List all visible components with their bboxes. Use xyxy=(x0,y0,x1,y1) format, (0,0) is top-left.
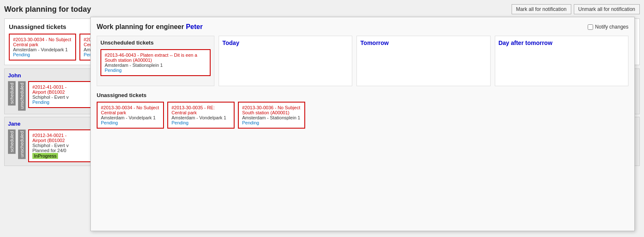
modal-unscheduled-ticket[interactable]: #2013-46-0043 - Platen extract -- Dit is… xyxy=(100,49,211,76)
modal-unassigned-ticket-3-id: #2013-30-0036 - No Subject xyxy=(242,105,301,110)
modal-unassigned-section: Unassigned tickets #2013-30-0034 - No Su… xyxy=(97,92,628,129)
notify-checkbox[interactable] xyxy=(588,24,593,30)
top-bar-buttons: Mark all for notification Unmark all for… xyxy=(512,4,640,14)
modal-unscheduled-ticket-subject: South station (A00001) xyxy=(105,58,206,63)
notify-checkbox-area: Notify changes xyxy=(588,24,628,30)
modal-unassigned-ticket-1: #2013-30-0034 - No Subject Central park … xyxy=(97,102,164,129)
tomorrow-col: Tomorrow xyxy=(356,36,490,86)
jane-ticket-1-location: Schiphol - Evert v xyxy=(32,143,91,148)
jane-scheduled-label: scheduled xyxy=(8,129,16,154)
bg-ticket-1-subject: Central park xyxy=(13,42,72,47)
day-after-col: Day after tomorrow xyxy=(495,36,628,86)
john-scheduled-label: scheduled xyxy=(8,81,16,105)
today-col-header: Today xyxy=(222,40,348,46)
unscheduled-title: Unscheduled tickets xyxy=(100,40,211,46)
jane-ticket-1: #2012-34-0021 - Airport (B01002 Schiphol… xyxy=(28,129,95,162)
modal-unassigned-ticket-2-subject: Central park xyxy=(172,110,230,115)
john-ticket-1-subject: Airport (B01002 xyxy=(32,90,91,95)
modal-unassigned-ticket-1-id: #2013-30-0034 - No Subject xyxy=(101,105,160,110)
jane-ticket-1-subject: Airport (B01002 xyxy=(32,138,91,143)
tomorrow-col-header: Tomorrow xyxy=(360,40,486,46)
modal-title-text: Work planning for engineer xyxy=(97,23,184,30)
john-ticket-1-location: Schiphol - Evert v xyxy=(32,95,91,100)
modal-header: Work planning for engineer Peter Notify … xyxy=(97,23,628,31)
modal-title: Work planning for engineer Peter xyxy=(97,23,203,31)
modal-unscheduled-ticket-status: Pending xyxy=(105,68,206,73)
modal-engineer-name: Peter xyxy=(186,23,203,30)
modal-unassigned-ticket-3-status: Pending xyxy=(242,120,301,125)
top-bar: Work planning for today Mark all for not… xyxy=(4,4,640,14)
page-title: Work planning for today xyxy=(4,5,91,14)
modal-unassigned-ticket-1-status: Pending xyxy=(101,120,160,125)
john-ticket-1-status: Pending xyxy=(32,100,91,105)
today-col: Today xyxy=(219,36,352,86)
jane-unscheduled-label: unscheduled xyxy=(18,129,26,159)
modal-unassigned-ticket-3-location: Amsterdam - Stationsplein 1 xyxy=(242,115,301,120)
modal-unassigned-ticket-3: #2013-30-0036 - No Subject South station… xyxy=(238,102,305,129)
jane-ticket-1-id: #2012-34-0021 - xyxy=(32,133,91,138)
bg-ticket-1-location: Amsterdam - Vondelpark 1 xyxy=(13,47,72,52)
modal-unassigned-title: Unassigned tickets xyxy=(97,92,628,98)
unmark-all-button[interactable]: Unmark all for notification xyxy=(574,4,640,14)
bg-ticket-1-status: Pending xyxy=(13,52,72,57)
day-after-col-header: Day after tomorrow xyxy=(499,40,625,46)
bg-ticket-1: #2013-30-0034 - No Subject Central park … xyxy=(9,34,76,61)
planning-grid: Unscheduled tickets #2013-46-0043 - Plat… xyxy=(97,36,628,86)
bg-ticket-1-id: #2013-30-0034 - No Subject xyxy=(13,37,72,42)
unscheduled-col: Unscheduled tickets #2013-46-0043 - Plat… xyxy=(97,36,214,86)
jane-ticket-1-planned: Planned for 24/0 xyxy=(32,148,91,153)
john-unscheduled-label: unscheduled xyxy=(18,81,26,111)
modal-unassigned-ticket-2-status: Pending xyxy=(172,120,230,125)
modal-unassigned-ticket-2-id: #2013-30-0035 - RE: xyxy=(172,105,230,110)
mark-all-button[interactable]: Mark all for notification xyxy=(512,4,571,14)
modal-unscheduled-ticket-id: #2013-46-0043 - Platen extract -- Dit is… xyxy=(105,53,206,58)
modal-unscheduled-ticket-location: Amsterdam - Stationsplein 1 xyxy=(105,63,206,68)
modal-unassigned-tickets-row: #2013-30-0034 - No Subject Central park … xyxy=(97,102,628,129)
modal-unassigned-ticket-1-subject: Central park xyxy=(101,110,160,115)
john-ticket-1: #2012-41-0031 - Airport (B01002 Schiphol… xyxy=(28,81,95,108)
modal-unassigned-ticket-3-subject: South station (A00001) xyxy=(242,110,301,115)
modal-unassigned-ticket-1-location: Amsterdam - Vondelpark 1 xyxy=(101,115,160,120)
john-ticket-1-id: #2012-41-0031 - xyxy=(32,84,91,90)
notify-label: Notify changes xyxy=(595,24,628,30)
modal-unassigned-ticket-2: #2013-30-0035 - RE: Central park Amsterd… xyxy=(167,102,235,129)
modal-unassigned-ticket-2-location: Amsterdam - Vondelpark 1 xyxy=(172,115,230,120)
jane-ticket-1-status: InProgress xyxy=(32,153,58,159)
modal-overlay: Work planning for engineer Peter Notify … xyxy=(90,17,635,231)
outer-page: Work planning for today Mark all for not… xyxy=(0,0,644,237)
